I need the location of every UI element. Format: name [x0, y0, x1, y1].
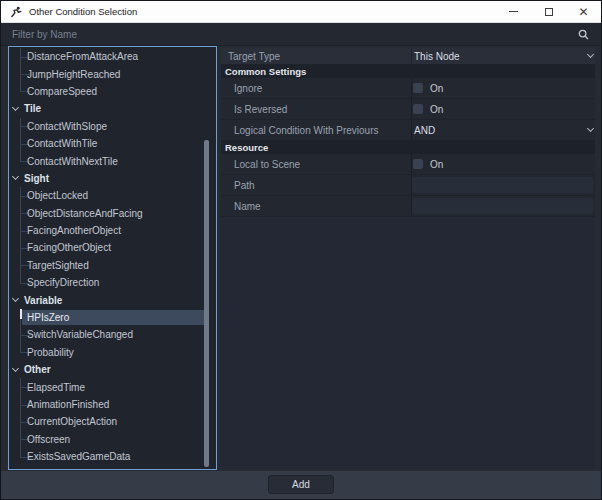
- dropdown-selected-value: AND: [414, 125, 435, 136]
- tree-item-label: ContactWithTile: [27, 138, 97, 149]
- tree-item-ContactWithTile[interactable]: ContactWithTile: [9, 135, 216, 152]
- property-row-target-type: Target TypeThis Node: [221, 48, 595, 65]
- checkbox-label: On: [430, 83, 443, 94]
- tree-item-label: ObjectLocked: [27, 190, 88, 201]
- tree-item-ExistsSavedGameData[interactable]: ExistsSavedGameData: [9, 448, 216, 465]
- tree-item-label: TargetSighted: [27, 260, 89, 271]
- property-label: Ignore: [221, 78, 412, 98]
- tree-guide-line: [20, 318, 21, 327]
- property-label: Logical Condition With Previours: [221, 120, 412, 140]
- close-button[interactable]: ✕: [566, 1, 601, 23]
- checkbox-row-value: On: [412, 99, 595, 119]
- tree-category-Sight[interactable]: Sight: [9, 170, 216, 187]
- tree-item-SwitchVariableChanged[interactable]: SwitchVariableChanged: [9, 326, 216, 343]
- tree-item-label: CurrentObjectAction: [27, 416, 117, 427]
- property-label: Target Type: [221, 48, 412, 64]
- search-icon: [578, 29, 589, 40]
- property-label: Local to Scene: [221, 154, 412, 174]
- tree-item-label: Other: [24, 364, 51, 375]
- text-field-path[interactable]: [412, 177, 593, 193]
- maximize-button[interactable]: [531, 1, 566, 23]
- checkbox-local-to-scene[interactable]: [413, 159, 423, 169]
- property-row-is-reversed: Is ReversedOn: [221, 99, 595, 120]
- tree-item-label: CompareSpeed: [27, 86, 97, 97]
- minimize-button[interactable]: [496, 1, 531, 23]
- chevron-down-icon[interactable]: [11, 173, 21, 183]
- window-title: Other Condition Selection: [29, 6, 496, 17]
- tree-item-label: ContactWithNextTile: [27, 156, 118, 167]
- tree-item-DistanceFromAttackArea[interactable]: DistanceFromAttackArea: [9, 48, 216, 65]
- checkbox-row-value: On: [412, 78, 595, 98]
- checkbox-label: On: [430, 104, 443, 115]
- tree-item-label: Tile: [24, 103, 41, 114]
- inspector-category-common-settings: Common Settings: [221, 65, 595, 78]
- dropdown-logical-condition-with-previours[interactable]: AND: [412, 120, 595, 140]
- tree-category-Tile[interactable]: Tile: [9, 100, 216, 117]
- tree-item-label: JumpHeightReached: [27, 69, 120, 80]
- minimize-icon: [509, 11, 518, 12]
- tree-item-CompareSpeed[interactable]: CompareSpeed: [9, 83, 216, 100]
- tree-item-AnimationFinished[interactable]: AnimationFinished: [9, 396, 216, 413]
- text-field-name[interactable]: [412, 198, 593, 214]
- tree-item-ContactWithNextTile[interactable]: ContactWithNextTile: [9, 152, 216, 169]
- property-label: Is Reversed: [221, 99, 412, 119]
- tree-category-Other[interactable]: Other: [9, 361, 216, 378]
- tree-item-ObjectLocked[interactable]: ObjectLocked: [9, 187, 216, 204]
- tree-item-label: HPIsZero: [27, 312, 69, 323]
- tree-item-FacingAnotherObject[interactable]: FacingAnotherObject: [9, 222, 216, 239]
- close-icon: ✕: [578, 6, 588, 18]
- inspector-category-label: Common Settings: [225, 66, 306, 77]
- tree-item-label: SwitchVariableChanged: [27, 329, 133, 340]
- tree-item-label: Offscreen: [27, 434, 70, 445]
- checkbox-label: On: [430, 159, 443, 170]
- tree-item-label: DistanceFromAttackArea: [27, 51, 138, 62]
- tree-item-CurrentObjectAction[interactable]: CurrentObjectAction: [9, 413, 216, 430]
- property-label: Path: [221, 175, 412, 195]
- tree-item-ObjectDistanceAndFacing[interactable]: ObjectDistanceAndFacing: [9, 205, 216, 222]
- property-row-name: Name: [221, 196, 595, 217]
- other-condition-selection-dialog: Other Condition Selection ✕ Filter by Na…: [0, 0, 602, 500]
- dropdown-selected-value: This Node: [414, 51, 460, 62]
- inspector-category-resource: Resource: [221, 141, 595, 154]
- dialog-footer: Add: [1, 471, 601, 500]
- tree-item-ContactWithSlope[interactable]: ContactWithSlope: [9, 118, 216, 135]
- text-row-value: [412, 175, 595, 195]
- property-row-logical-condition-with-previours: Logical Condition With PrevioursAND: [221, 120, 595, 141]
- tree-item-label: ContactWithSlope: [27, 121, 107, 132]
- text-row-value: [412, 196, 595, 216]
- tree-item-label: SpecifyDirection: [27, 277, 99, 288]
- tree-item-Offscreen[interactable]: Offscreen: [9, 431, 216, 448]
- checkbox-is-reversed[interactable]: [413, 104, 423, 114]
- tree-item-label: ExistsSavedGameData: [27, 451, 130, 462]
- tree-item-label: Variable: [24, 295, 62, 306]
- property-row-path: Path: [221, 175, 595, 196]
- chevron-down-icon[interactable]: [11, 295, 21, 305]
- tree-item-label: FacingAnotherObject: [27, 225, 121, 236]
- tree-item-HPIsZero[interactable]: HPIsZero: [9, 309, 216, 326]
- tree-item-TargetSighted[interactable]: TargetSighted: [9, 257, 216, 274]
- add-button[interactable]: Add: [268, 475, 334, 494]
- tree-category-Variable[interactable]: Variable: [9, 291, 216, 308]
- tree-item-label: Probability: [27, 347, 74, 358]
- tree-scrollbar[interactable]: [204, 140, 209, 467]
- property-row-local-to-scene: Local to SceneOn: [221, 154, 595, 175]
- titlebar: Other Condition Selection ✕: [1, 1, 601, 23]
- dropdown-target-type[interactable]: This Node: [412, 48, 595, 64]
- tree-item-JumpHeightReached[interactable]: JumpHeightReached: [9, 65, 216, 82]
- runner-icon: [10, 6, 22, 18]
- inspector-category-label: Resource: [225, 142, 268, 153]
- tree-item-SpecifyDirection[interactable]: SpecifyDirection: [9, 274, 216, 291]
- tree-item-label: ElapsedTime: [27, 382, 85, 393]
- tree-item-label: AnimationFinished: [27, 399, 109, 410]
- tree-item-ElapsedTime[interactable]: ElapsedTime: [9, 378, 216, 395]
- tree-item-FacingOtherObject[interactable]: FacingOtherObject: [9, 239, 216, 256]
- filter-placeholder: Filter by Name: [12, 29, 578, 40]
- property-row-ignore: IgnoreOn: [221, 78, 595, 99]
- filter-input[interactable]: Filter by Name: [1, 23, 601, 46]
- condition-tree: DistanceFromAttackAreaJumpHeightReachedC…: [8, 46, 217, 470]
- tree-item-Probability[interactable]: Probability: [9, 344, 216, 361]
- checkbox-ignore[interactable]: [413, 83, 423, 93]
- chevron-down-icon[interactable]: [11, 104, 21, 114]
- maximize-icon: [545, 8, 553, 16]
- chevron-down-icon[interactable]: [11, 365, 21, 375]
